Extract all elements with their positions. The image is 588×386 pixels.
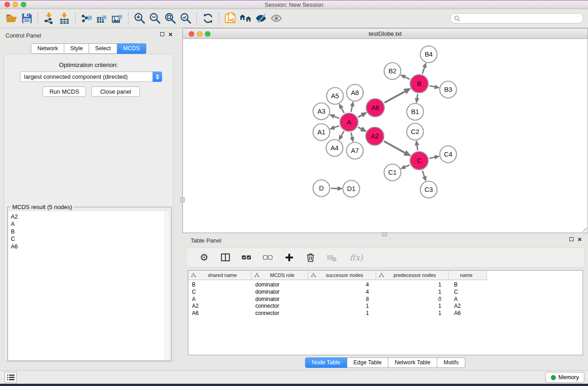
- graph-node-B3[interactable]: B3: [440, 81, 457, 98]
- select-all-checkboxes-icon[interactable]: [241, 252, 253, 263]
- tab-network[interactable]: Network: [31, 43, 64, 54]
- export-table-icon[interactable]: [94, 11, 110, 26]
- search-field[interactable]: [450, 13, 583, 24]
- import-network-icon[interactable]: [41, 11, 57, 26]
- graph-node-A6[interactable]: A6: [366, 99, 384, 117]
- refresh-icon[interactable]: [200, 11, 215, 26]
- graph-node-C4[interactable]: C4: [440, 146, 457, 163]
- function-builder-icon[interactable]: f(x): [347, 252, 365, 263]
- home-icon[interactable]: [238, 11, 253, 26]
- tab-network-table[interactable]: Network Table: [388, 357, 437, 368]
- graph-node-C1[interactable]: C1: [384, 164, 401, 181]
- graph-node-B1[interactable]: B1: [407, 104, 424, 120]
- column-header-successor-nodes[interactable]: successor nodes: [308, 271, 376, 280]
- float-panel-icon[interactable]: [160, 32, 164, 36]
- column-header-predecessor-nodes[interactable]: predecessor nodes: [376, 271, 449, 280]
- graph-node-A1[interactable]: A1: [313, 124, 330, 141]
- edge-C-C2[interactable]: [417, 145, 418, 150]
- open-session-icon[interactable]: [4, 11, 19, 26]
- add-column-icon[interactable]: [283, 252, 295, 263]
- run-mcds-button[interactable]: Run MCDS: [43, 86, 86, 97]
- close-table-panel-icon[interactable]: ×: [578, 237, 582, 241]
- edge-C-C1[interactable]: [405, 165, 410, 167]
- hide-panel-eye-icon[interactable]: [253, 11, 268, 26]
- edge-A2-C[interactable]: [384, 141, 405, 153]
- export-network-icon[interactable]: [79, 11, 94, 26]
- tab-style[interactable]: Style: [64, 43, 89, 54]
- edge-A-A1[interactable]: [334, 126, 339, 128]
- edge-A-A7[interactable]: [351, 133, 352, 138]
- search-input[interactable]: [463, 15, 583, 22]
- zoom-out-icon[interactable]: [147, 11, 163, 26]
- result-item[interactable]: A2: [9, 213, 170, 220]
- table-row[interactable]: Cdominator41C: [188, 289, 583, 296]
- memory-button[interactable]: Memory: [545, 372, 584, 383]
- duplicate-network-icon[interactable]: [222, 11, 238, 26]
- graph-node-B4[interactable]: B4: [421, 46, 437, 63]
- close-panel-button[interactable]: Close panel: [91, 86, 140, 97]
- zoom-fit-icon[interactable]: [163, 11, 178, 26]
- zoom-in-icon[interactable]: [132, 11, 147, 26]
- delete-column-icon[interactable]: [305, 252, 316, 263]
- tab-node-table[interactable]: Node Table: [305, 357, 347, 368]
- edge-B-B3[interactable]: [430, 86, 435, 87]
- gear-icon[interactable]: ⚙: [198, 252, 210, 263]
- edge-A-A8[interactable]: [351, 106, 353, 112]
- tab-motifs[interactable]: Motifs: [437, 357, 465, 368]
- deselect-all-checkboxes-icon[interactable]: [262, 252, 274, 263]
- edge-A-A5[interactable]: [341, 108, 344, 113]
- float-table-panel-icon[interactable]: [569, 237, 574, 241]
- result-item[interactable]: A: [9, 220, 170, 228]
- edge-A-A2[interactable]: [358, 127, 362, 129]
- edge-B-B2[interactable]: [405, 77, 410, 79]
- show-panel-eye-icon[interactable]: [268, 11, 284, 26]
- export-image-icon[interactable]: [110, 11, 125, 26]
- table-row[interactable]: A2connector11A2: [188, 303, 583, 310]
- edge-A-A6[interactable]: [358, 115, 362, 117]
- task-history-button[interactable]: [5, 372, 17, 383]
- graph-node-B2[interactable]: B2: [384, 63, 401, 80]
- table-row[interactable]: A6connector11A6: [188, 310, 583, 317]
- edge-B-B4[interactable]: [422, 67, 425, 74]
- graph-node-C3[interactable]: C3: [421, 181, 437, 198]
- zoom-selected-icon[interactable]: [178, 11, 193, 26]
- save-session-icon[interactable]: [19, 11, 34, 26]
- edge-C-C3[interactable]: [422, 171, 425, 177]
- close-panel-icon[interactable]: ×: [168, 32, 172, 36]
- network-canvas[interactable]: B4B2BB3A8A5A6B1A3AC2A1A2A4A7C4CC1DD1C3: [183, 39, 588, 233]
- tab-select[interactable]: Select: [89, 43, 117, 54]
- graph-node-C[interactable]: C: [410, 152, 428, 170]
- network-left-scroll-handle[interactable]: [181, 197, 185, 202]
- tab-edge-table[interactable]: Edge Table: [347, 357, 388, 368]
- edge-A-A4[interactable]: [341, 131, 344, 136]
- column-header-mcds-role[interactable]: MCDS role: [252, 271, 308, 280]
- graph-node-D1[interactable]: D1: [343, 181, 360, 197]
- result-list-scrollbar[interactable]: [165, 211, 170, 360]
- mcds-result-list[interactable]: A2ABCA6: [9, 211, 170, 360]
- table-row[interactable]: Adominator80A: [188, 296, 583, 303]
- import-table-icon[interactable]: [57, 11, 72, 26]
- graph-node-A8[interactable]: A8: [347, 85, 363, 101]
- result-item[interactable]: C: [9, 235, 170, 243]
- edge-B-B1[interactable]: [417, 94, 417, 99]
- edge-C-C4[interactable]: [429, 157, 435, 158]
- graph-node-B[interactable]: B: [410, 75, 428, 93]
- graph-node-A7[interactable]: A7: [347, 143, 363, 159]
- edge-A-A3[interactable]: [334, 116, 339, 119]
- edge-A6-B[interactable]: [384, 91, 405, 103]
- graph-node-A[interactable]: A: [340, 113, 358, 131]
- column-header-name[interactable]: name: [449, 271, 487, 280]
- graph-node-C2[interactable]: C2: [407, 124, 424, 140]
- graph-node-D[interactable]: D: [313, 180, 330, 197]
- graph-node-A4[interactable]: A4: [326, 140, 343, 157]
- optimization-criterion-select[interactable]: largest connected component (directed): [20, 71, 162, 82]
- table-row[interactable]: Bdominator41B: [188, 281, 583, 289]
- column-header-shared-name[interactable]: shared name: [188, 271, 252, 280]
- split-columns-icon[interactable]: [220, 252, 231, 263]
- graph-node-A5[interactable]: A5: [327, 88, 344, 105]
- result-item[interactable]: B: [9, 228, 170, 235]
- graph-node-A3[interactable]: A3: [313, 103, 330, 120]
- result-item[interactable]: A6: [9, 243, 170, 250]
- tab-mcds[interactable]: MCDS: [117, 43, 146, 54]
- graph-node-A2[interactable]: A2: [366, 127, 384, 145]
